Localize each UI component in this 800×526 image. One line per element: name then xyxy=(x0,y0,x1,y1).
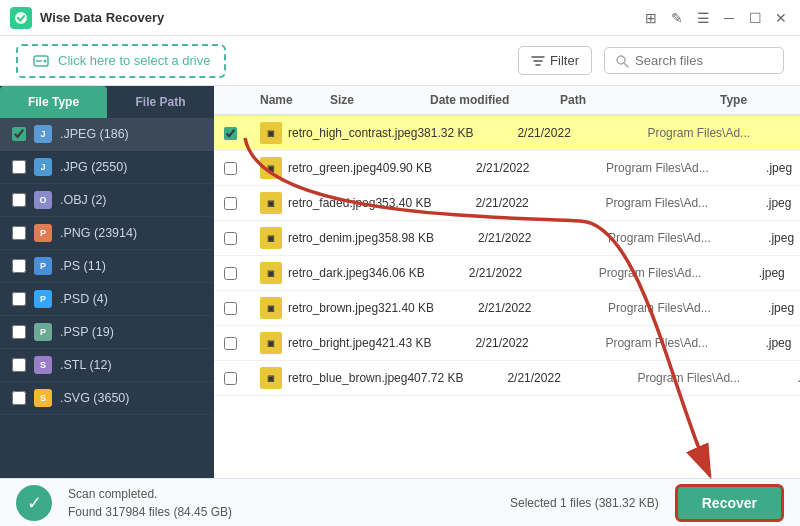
col-name: Name xyxy=(260,93,330,107)
file-name-cell-5: ▣ retro_brown.jpeg xyxy=(260,297,378,319)
titlebar: Wise Data Recovery ⊞ ✎ ☰ ─ ☐ ✕ xyxy=(0,0,800,36)
sidebar-item-jpg[interactable]: J .JPG (2550) xyxy=(0,151,214,184)
svg-point-2 xyxy=(44,59,47,62)
ps-icon: P xyxy=(34,257,52,275)
file-path-1: Program Files\Ad... xyxy=(606,161,766,175)
menu-icon[interactable]: ☰ xyxy=(694,9,712,27)
file-date-5: 2/21/2022 xyxy=(478,301,608,315)
sidebar-item-svg[interactable]: S .SVG (3650) xyxy=(0,382,214,415)
png-checkbox[interactable] xyxy=(12,226,26,240)
row-checkbox-2[interactable] xyxy=(224,197,260,210)
file-path-6: Program Files\Ad... xyxy=(605,336,765,350)
file-thumb-0: ▣ xyxy=(260,122,282,144)
stl-checkbox[interactable] xyxy=(12,358,26,372)
file-path-2: Program Files\Ad... xyxy=(605,196,765,210)
sidebar-label-psp: .PSP (19) xyxy=(60,325,114,339)
sidebar-item-stl[interactable]: S .STL (12) xyxy=(0,349,214,382)
file-type-2: .jpeg xyxy=(765,196,800,210)
ps-checkbox[interactable] xyxy=(12,259,26,273)
status-line1: Scan completed. xyxy=(68,485,232,503)
row-checkbox-1[interactable] xyxy=(224,162,260,175)
obj-checkbox[interactable] xyxy=(12,193,26,207)
row-checkbox-3[interactable] xyxy=(224,232,260,245)
file-date-0: 2/21/2022 xyxy=(517,126,647,140)
psp-icon: P xyxy=(34,323,52,341)
sidebar-item-ps[interactable]: P .PS (11) xyxy=(0,250,214,283)
file-thumb-1: ▣ xyxy=(260,157,282,179)
file-date-3: 2/21/2022 xyxy=(478,231,608,245)
drive-select-button[interactable]: Click here to select a drive xyxy=(16,44,226,78)
file-size-2: 353.40 KB xyxy=(375,196,475,210)
sidebar-item-psd[interactable]: P .PSD (4) xyxy=(0,283,214,316)
filter-button[interactable]: Filter xyxy=(518,46,592,75)
file-size-3: 358.98 KB xyxy=(378,231,478,245)
tab-file-type[interactable]: File Type xyxy=(0,86,107,118)
filter-icon xyxy=(531,54,545,68)
table-row[interactable]: ▣ retro_faded.jpeg 353.40 KB 2/21/2022 P… xyxy=(214,186,800,221)
png-icon: P xyxy=(34,224,52,242)
sidebar-item-png[interactable]: P .PNG (23914) xyxy=(0,217,214,250)
file-date-6: 2/21/2022 xyxy=(475,336,605,350)
edit-icon[interactable]: ✎ xyxy=(668,9,686,27)
file-date-7: 2/21/2022 xyxy=(507,371,637,385)
file-thumb-5: ▣ xyxy=(260,297,282,319)
file-thumb-6: ▣ xyxy=(260,332,282,354)
psd-icon: P xyxy=(34,290,52,308)
file-size-5: 321.40 KB xyxy=(378,301,478,315)
maximize-btn[interactable]: ☐ xyxy=(746,9,764,27)
sidebar-item-psp[interactable]: P .PSP (19) xyxy=(0,316,214,349)
obj-icon: O xyxy=(34,191,52,209)
svg-point-4 xyxy=(617,56,625,64)
file-thumb-2: ▣ xyxy=(260,192,282,214)
file-thumb-4: ▣ xyxy=(260,262,282,284)
table-row[interactable]: ▣ retro_green.jpeg 409.90 KB 2/21/2022 P… xyxy=(214,151,800,186)
table-row[interactable]: ▣ retro_blue_brown.jpeg 407.72 KB 2/21/2… xyxy=(214,361,800,396)
row-checkbox-7[interactable] xyxy=(224,372,260,385)
jpeg-icon: J xyxy=(34,125,52,143)
row-checkbox-6[interactable] xyxy=(224,337,260,350)
col-type: Type xyxy=(720,93,790,107)
minimize-btn[interactable]: ─ xyxy=(720,9,738,27)
sidebar-item-obj[interactable]: O .OBJ (2) xyxy=(0,184,214,217)
jpg-checkbox[interactable] xyxy=(12,160,26,174)
jpg-icon: J xyxy=(34,158,52,176)
search-box[interactable] xyxy=(604,47,784,74)
window-controls: ⊞ ✎ ☰ ─ ☐ ✕ xyxy=(642,9,790,27)
table-row[interactable]: ▣ retro_denim.jpeg 358.98 KB 2/21/2022 P… xyxy=(214,221,800,256)
sidebar-label-psd: .PSD (4) xyxy=(60,292,108,306)
stl-icon: S xyxy=(34,356,52,374)
selected-count-text: Selected 1 files (381.32 KB) xyxy=(510,496,659,510)
tab-file-path[interactable]: File Path xyxy=(107,86,214,118)
file-size-6: 421.43 KB xyxy=(375,336,475,350)
row-checkbox-5[interactable] xyxy=(224,302,260,315)
drive-icon xyxy=(32,52,50,70)
sidebar-label-stl: .STL (12) xyxy=(60,358,112,372)
sidebar-label-jpeg: .JPEG (186) xyxy=(60,127,129,141)
psp-checkbox[interactable] xyxy=(12,325,26,339)
sidebar-item-jpeg[interactable]: J .JPEG (186) xyxy=(0,118,214,151)
col-path: Path xyxy=(560,93,720,107)
file-date-1: 2/21/2022 xyxy=(476,161,606,175)
table-row[interactable]: ▣ retro_dark.jpeg 346.06 KB 2/21/2022 Pr… xyxy=(214,256,800,291)
svg-checkbox[interactable] xyxy=(12,391,26,405)
table-row[interactable]: ▣ retro_bright.jpeg 421.43 KB 2/21/2022 … xyxy=(214,326,800,361)
svg-point-0 xyxy=(15,12,27,24)
recover-button[interactable]: Recover xyxy=(675,484,784,522)
file-name-cell-6: ▣ retro_bright.jpeg xyxy=(260,332,375,354)
row-checkbox-4[interactable] xyxy=(224,267,260,280)
svg-icon: S xyxy=(34,389,52,407)
file-type-5: .jpeg xyxy=(768,301,800,315)
search-input[interactable] xyxy=(635,53,765,68)
psd-checkbox[interactable] xyxy=(12,292,26,306)
file-name-cell-1: ▣ retro_green.jpeg xyxy=(260,157,376,179)
toolbar: Click here to select a drive Filter xyxy=(0,36,800,86)
file-date-4: 2/21/2022 xyxy=(469,266,599,280)
col-date: Date modified xyxy=(430,93,560,107)
jpeg-checkbox[interactable] xyxy=(12,127,26,141)
close-btn[interactable]: ✕ xyxy=(772,9,790,27)
table-row[interactable]: ▣ retro_brown.jpeg 321.40 KB 2/21/2022 P… xyxy=(214,291,800,326)
table-row[interactable]: ▣ retro_high_contrast.jpeg 381.32 KB 2/2… xyxy=(214,116,800,151)
row-checkbox-0[interactable] xyxy=(224,127,260,140)
file-size-4: 346.06 KB xyxy=(369,266,469,280)
settings-icon[interactable]: ⊞ xyxy=(642,9,660,27)
